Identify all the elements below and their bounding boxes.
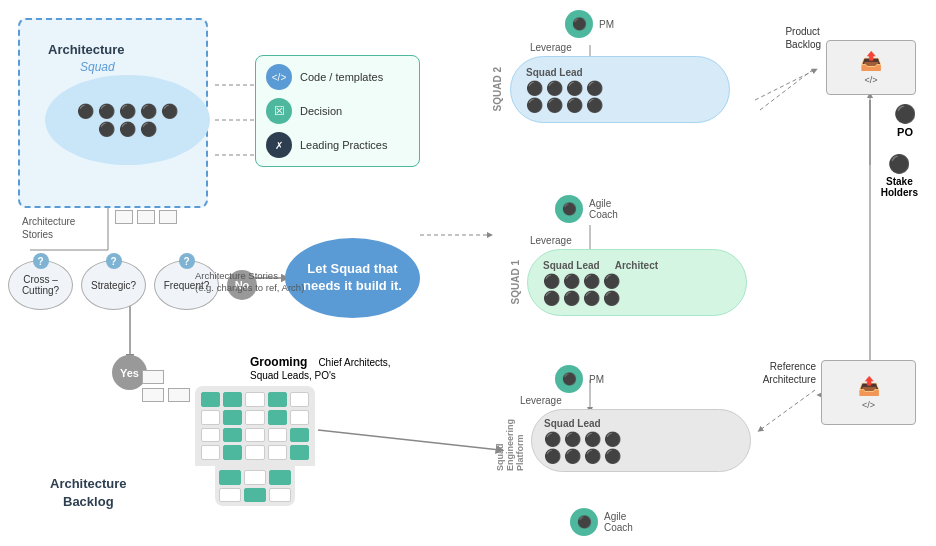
bs-rect [142,370,164,384]
funnel-cell [290,410,309,425]
squad2-row: SQUAD 2 Squad Lead ⚫ ⚫ ⚫ ⚫ ⚫ ⚫ ⚫ ⚫ [510,56,730,123]
question-mark-icon: ? [106,253,122,269]
bs-row [142,370,190,384]
agile-coach-1: ⚫ AgileCoach [555,195,618,223]
product-backlog-label: ProductBacklog [785,25,821,51]
pm-row-squad2: ⚫ PM [565,10,730,38]
let-squad-bubble: Let Squad that needs it build it. [285,238,420,318]
squad1-section: Leverage SQUAD 1 Squad Lead Architect ⚫ … [510,235,747,316]
funnel-top [195,386,315,466]
grooming-label: Grooming Chief Architects,Squad Leads, P… [250,355,391,381]
strategic-diamond: ? Strategic? [81,260,146,310]
funnel-cell [245,392,264,407]
funnel-cell [290,392,309,407]
po-label: PO [897,126,913,138]
funnel-cell [219,488,241,503]
person-icon: ⚫ [119,122,136,136]
agile-coach-2: ⚫ AgileCoach [570,508,633,536]
person-icon: ⚫ [584,432,601,446]
decision-icon: ☒ [266,98,292,124]
grooming-title: Grooming [250,355,307,369]
person-row-1: ⚫ ⚫ ⚫ ⚫ ⚫ [77,104,178,118]
question-mark-icon: ? [33,253,49,269]
svg-line-14 [760,68,815,110]
funnel-cell [268,410,287,425]
platform-vertical-label: Platform Engineering Squad [495,411,525,471]
stakeholders-label: StakeHolders [881,176,918,198]
po-icon: ⚫ [894,105,916,123]
platform-row: Platform Engineering Squad Squad Lead ⚫ … [495,409,751,472]
pm-label-platform: PM [589,374,604,385]
small-rect [137,210,155,224]
squad1-architect-label: Architect [615,260,658,271]
person-icon: ⚫ [544,432,561,446]
artifact-box: </> Code / templates ☒ Decision ✗ Leadin… [255,55,420,167]
funnel-cell [201,392,220,407]
pm-label-squad2: PM [599,19,614,30]
bs-row [142,388,190,402]
squad2-persons: ⚫ ⚫ ⚫ ⚫ ⚫ ⚫ ⚫ ⚫ [526,81,603,112]
funnel-cell [268,428,287,443]
platform-lead-label: Squad Lead [544,418,601,429]
person-icon: ⚫ [584,449,601,463]
bs-rect [142,388,164,402]
person-icon: ⚫ [526,81,543,95]
agile-coach-circle-2: ⚫ [570,508,598,536]
person-icon: ⚫ [77,104,94,118]
funnel-cell [201,445,220,460]
platform-persons: ⚫ ⚫ ⚫ ⚫ ⚫ ⚫ ⚫ ⚫ [544,432,621,463]
person-icon: ⚫ [543,291,560,305]
ref-arch-label: ReferenceArchitecture [763,360,816,386]
funnel-cell [223,428,242,443]
person-icon: ⚫ [604,432,621,446]
person-icon-green: ⚫ [583,274,600,288]
strategic-label: Strategic? [91,280,136,291]
ref-arch-icon-label: </> [862,400,875,410]
svg-line-16 [318,430,500,450]
funnel-cell [290,445,309,460]
practices-icon: ✗ [266,132,292,158]
person-icon-blue: ⚫ [564,432,581,446]
pm-circle-squad2: ⚫ [565,10,593,38]
svg-line-15 [760,390,815,430]
funnel-cell [245,428,264,443]
person-icon: ⚫ [586,98,603,112]
artifact-item-practices: ✗ Leading Practices [266,132,409,158]
person-icon: ⚫ [526,98,543,112]
person-icon: ⚫ [583,291,600,305]
small-rect [159,210,177,224]
squad1-oval: Squad Lead Architect ⚫ ⚫ ⚫ ⚫ ⚫ ⚫ ⚫ ⚫ [527,249,747,316]
artifact-decision-label: Decision [300,105,342,117]
person-icon: ⚫ [603,291,620,305]
funnel-cell [223,445,242,460]
squad1-vertical-label: SQUAD 1 [510,260,521,304]
artifact-practices-label: Leading Practices [300,139,387,151]
funnel-cell [223,410,242,425]
funnel-cell [268,445,287,460]
agile-coach-label-2: AgileCoach [604,511,633,533]
funnel-cell [268,392,287,407]
person-icon-blue: ⚫ [98,122,115,136]
funnel-cell [201,428,220,443]
diagram: Architecture Squad ⚫ ⚫ ⚫ ⚫ ⚫ ⚫ ⚫ ⚫ </> C… [0,0,936,546]
funnel-cell [269,470,291,485]
ref-arch-box: 📤 </> [821,360,916,425]
squad-label: Squad [80,60,115,74]
agile-coach-circle-1: ⚫ [555,195,583,223]
squad1-leads: Squad Lead Architect [543,260,658,271]
leverage-label-1: Leverage [530,42,730,53]
small-rect [115,210,133,224]
architecture-title: Architecture [48,42,125,57]
code-icon: </> [266,64,292,90]
squad2-oval: Squad Lead ⚫ ⚫ ⚫ ⚫ ⚫ ⚫ ⚫ ⚫ [510,56,730,123]
person-icon: ⚫ [546,81,563,95]
person-icon: ⚫ [544,449,561,463]
funnel-cell [269,488,291,503]
person-icon: ⚫ [98,104,115,118]
person-icon: ⚫ [603,274,620,288]
person-icon: ⚫ [564,449,581,463]
person-icon: ⚫ [119,104,136,118]
person-icon-green: ⚫ [140,104,157,118]
artifact-item-decision: ☒ Decision [266,98,409,124]
platform-oval: Squad Lead ⚫ ⚫ ⚫ ⚫ ⚫ ⚫ ⚫ ⚫ [531,409,751,472]
